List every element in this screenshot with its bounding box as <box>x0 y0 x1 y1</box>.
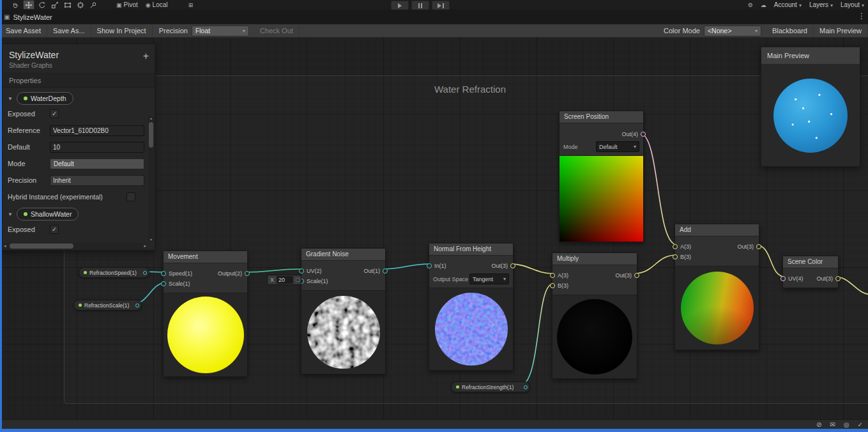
node-gradient-noise[interactable]: Gradient Noise UV(2) Out(1) Scale(1) <box>301 248 386 374</box>
port-dot-b[interactable] <box>673 254 678 259</box>
mode-dropdown[interactable]: Default ▾ <box>596 141 639 152</box>
tab-stylize-water[interactable]: ▣ StylizeWater <box>0 10 59 24</box>
node-multiply[interactable]: Multiply A(3) Out(3) B(3) <box>552 252 637 379</box>
port-dot-out[interactable] <box>634 273 639 278</box>
port-multiply-out[interactable]: Out(3) <box>615 272 639 279</box>
node-normal-from-height-header[interactable]: Normal From Height <box>429 243 513 256</box>
color-mode-dropdown[interactable]: <None> ▾ <box>704 26 761 36</box>
exposed-checkbox[interactable]: ✓ <box>50 109 59 118</box>
port-dot-uv[interactable] <box>780 276 786 281</box>
scroll-down-icon[interactable]: ▾ <box>148 237 154 242</box>
property-row-shallow-water[interactable]: ▼ ShallowWater <box>8 207 144 221</box>
scroll-up-icon[interactable]: ▴ <box>148 116 154 120</box>
node-multiply-header[interactable]: Multiply <box>552 253 637 265</box>
property-pill-water-depth[interactable]: WaterDepth <box>17 92 73 105</box>
node-add-header[interactable]: Add <box>675 224 759 236</box>
edge-noise-to-normal[interactable] <box>382 264 430 269</box>
port-noise-scale[interactable]: Scale(1) <box>299 278 328 284</box>
port-nfh-out[interactable]: Out(3) <box>491 263 515 269</box>
rect-tool-button[interactable] <box>63 1 73 9</box>
node-scene-color-header[interactable]: Scene Color <box>783 256 838 268</box>
edge-normal-to-multiply[interactable] <box>510 264 553 274</box>
save-as-button[interactable]: Save As... <box>47 24 91 37</box>
vertical-scroll-thumb[interactable] <box>149 122 153 148</box>
visibility-off-icon[interactable]: ◎ <box>844 421 849 428</box>
layers-dropdown[interactable]: Layers▾ <box>809 1 833 8</box>
save-asset-button[interactable]: Save Asset <box>0 24 47 37</box>
port-dot-out[interactable] <box>524 385 528 389</box>
port-dot-out[interactable] <box>510 263 515 268</box>
property-row-water-depth[interactable]: ▼ WaterDepth <box>8 91 144 105</box>
services-button[interactable]: ⚙ <box>748 1 753 8</box>
port-dot-out4[interactable] <box>641 132 646 137</box>
port-dot-out[interactable] <box>383 268 388 274</box>
node-gradient-noise-header[interactable]: Gradient Noise <box>301 249 385 261</box>
port-dot-scale[interactable] <box>161 281 166 286</box>
reference-field[interactable]: Vector1_610D02B0 <box>50 125 144 136</box>
port-dot-out[interactable] <box>756 244 761 249</box>
port-movement-output[interactable]: Output(2) <box>218 270 250 277</box>
port-screen-position-out[interactable]: Out(4) <box>621 131 646 137</box>
notifications-muted-icon[interactable]: ⊘ <box>816 421 821 428</box>
port-add-b[interactable]: B(3) <box>673 254 691 260</box>
layout-dropdown[interactable]: Layout▾ <box>841 1 864 8</box>
local-toggle-button[interactable]: ◉ Local <box>143 1 171 9</box>
port-dot-speed[interactable] <box>161 271 166 276</box>
scroll-left-icon[interactable]: ◂ <box>4 243 6 249</box>
pause-button[interactable] <box>411 1 429 10</box>
exposed-checkbox[interactable]: ✓ <box>50 225 59 234</box>
chevron-down-icon[interactable]: ▼ <box>8 212 17 217</box>
port-multiply-a[interactable]: A(3) <box>550 272 568 279</box>
horizontal-scroll-thumb[interactable] <box>10 243 73 249</box>
pivot-toggle-button[interactable]: ▣ Pivot <box>114 1 141 9</box>
message-icon[interactable]: ✉ <box>830 421 835 428</box>
node-normal-from-height[interactable]: Normal From Height In(1) Out(3) Output S… <box>429 243 514 371</box>
main-preview-header[interactable]: Main Preview <box>761 47 860 65</box>
port-dot-in[interactable] <box>427 263 432 268</box>
node-scene-color[interactable]: Scene Color UV(4) Out(3) <box>782 256 839 288</box>
mode-dropdown[interactable]: Default <box>50 158 144 169</box>
edge-multiply-to-add[interactable] <box>634 255 677 274</box>
play-button[interactable] <box>391 1 409 10</box>
port-movement-speed[interactable]: Speed(1) <box>161 270 192 277</box>
move-tool-button[interactable] <box>23 0 34 10</box>
node-screen-position[interactable]: Screen Position Out(4) Mode Default ▾ <box>559 111 644 242</box>
account-dropdown[interactable]: Account▾ <box>774 1 802 8</box>
hand-tool-button[interactable] <box>10 1 20 9</box>
precision-field[interactable]: Inherit <box>50 175 144 186</box>
port-multiply-b[interactable]: B(3) <box>550 282 568 289</box>
custom-tool-button[interactable] <box>88 1 98 9</box>
port-scene-color-uv[interactable]: UV(4) <box>780 275 803 282</box>
blackboard-toggle-button[interactable]: Blackboard <box>766 24 814 37</box>
blackboard-horizontal-scrollbar[interactable]: ◂ ▸ <box>3 243 147 249</box>
main-preview-toggle-button[interactable]: Main Preview <box>814 24 868 37</box>
window-menu-button[interactable]: ⋮ <box>858 12 865 20</box>
default-field[interactable]: 10 <box>50 142 144 153</box>
port-dot-a[interactable] <box>673 244 678 249</box>
cloud-button[interactable]: ☁ <box>761 1 766 8</box>
transform-tool-button[interactable] <box>75 1 86 9</box>
node-movement-header[interactable]: Movement <box>164 251 247 263</box>
property-node-refraction-speed[interactable]: RefractionSpeed(1) <box>79 267 149 278</box>
node-movement[interactable]: Movement Speed(1) Output(2) Scale(1) <box>163 251 248 377</box>
port-add-a[interactable]: A(3) <box>673 243 691 250</box>
blackboard-panel[interactable]: + StylizeWater Shader Graphs Properties … <box>2 43 155 251</box>
noise-scale-input-widget[interactable]: X 20 <box>267 275 301 285</box>
output-space-dropdown[interactable]: Tangent ▾ <box>469 274 509 284</box>
port-dot-b[interactable] <box>550 283 555 288</box>
main-preview-panel[interactable]: Main Preview <box>761 47 860 167</box>
property-node-refraction-strength[interactable]: RefractionStrength(1) <box>451 382 530 392</box>
property-pill-shallow-water[interactable]: ShallowWater <box>17 208 79 220</box>
port-add-out[interactable]: Out(3) <box>737 243 761 250</box>
node-add[interactable]: Add A(3) Out(3) B(3) <box>674 224 759 350</box>
port-nfh-in[interactable]: In(1) <box>427 263 446 269</box>
port-noise-out[interactable]: Out(1) <box>363 268 388 274</box>
show-in-project-button[interactable]: Show In Project <box>91 24 153 37</box>
port-dot-out[interactable] <box>835 276 841 281</box>
node-screen-position-header[interactable]: Screen Position <box>560 111 643 123</box>
add-property-button[interactable]: + <box>143 50 149 62</box>
edge-screenpos-to-add[interactable] <box>639 133 677 245</box>
property-node-refraction-scale[interactable]: RefractionScale(1) <box>73 300 142 311</box>
scroll-right-icon[interactable]: ▸ <box>144 243 146 249</box>
port-movement-scale[interactable]: Scale(1) <box>161 281 190 287</box>
